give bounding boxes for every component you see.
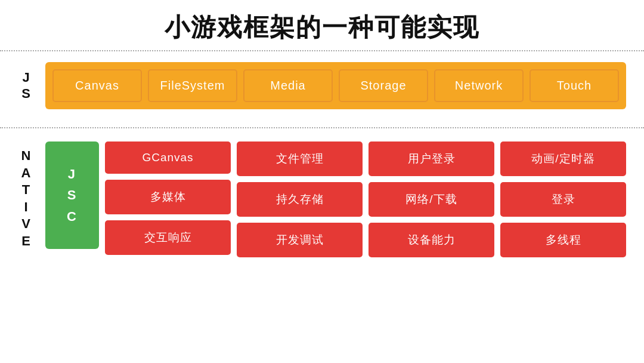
- js-item-filesystem: FileSystem: [148, 69, 237, 102]
- js-item-network: Network: [434, 69, 524, 102]
- native-item-userlogin: 用户登录: [369, 141, 494, 176]
- title-section: 小游戏框架的一种可能实现: [0, 0, 644, 50]
- native-label: NATIVE: [18, 141, 35, 250]
- native-grid: JSC GCanvas 多媒体 交互响应 文件管理 持久存储 开发调试 用户登录…: [45, 141, 626, 257]
- main-title: 小游戏框架的一种可能实现: [0, 11, 644, 44]
- native-section: NATIVE JSC GCanvas 多媒体 交互响应 文件管理 持久存储 开发…: [0, 136, 644, 263]
- native-item-devtools: 开发调试: [237, 223, 363, 257]
- native-item-gcanvas: GCanvas: [105, 141, 231, 174]
- native-item-network: 网络/下载: [369, 182, 494, 217]
- native-item-multimedia: 多媒体: [105, 180, 231, 214]
- native-item-interactive: 交互响应: [105, 220, 231, 255]
- js-item-media: Media: [243, 69, 333, 102]
- native-item-filemanage: 文件管理: [237, 141, 363, 176]
- native-col-0: GCanvas 多媒体 交互响应: [105, 141, 231, 257]
- js-item-canvas: Canvas: [52, 69, 142, 102]
- native-col-3: 动画/定时器 登录 多线程: [500, 141, 626, 257]
- js-label: JS: [18, 70, 35, 101]
- native-item-device: 设备能力: [369, 223, 494, 257]
- native-item-multithread: 多线程: [500, 223, 626, 257]
- native-col-2: 用户登录 网络/下载 设备能力: [369, 141, 494, 257]
- js-item-storage: Storage: [339, 69, 428, 102]
- native-item-storage: 持久存储: [237, 182, 363, 217]
- js-bar: Canvas FileSystem Media Storage Network …: [45, 62, 626, 109]
- js-section: JS Canvas FileSystem Media Storage Netwo…: [0, 51, 644, 120]
- native-item-login: 登录: [500, 182, 626, 217]
- page: 小游戏框架的一种可能实现 JS Canvas FileSystem Media …: [0, 0, 644, 363]
- divider-bottom: [0, 127, 644, 128]
- js-item-touch: Touch: [530, 69, 619, 102]
- native-columns: GCanvas 多媒体 交互响应 文件管理 持久存储 开发调试 用户登录 网络/…: [105, 141, 626, 257]
- jsc-box: JSC: [45, 141, 99, 249]
- native-col-1: 文件管理 持久存储 开发调试: [237, 141, 363, 257]
- native-item-animation: 动画/定时器: [500, 141, 626, 176]
